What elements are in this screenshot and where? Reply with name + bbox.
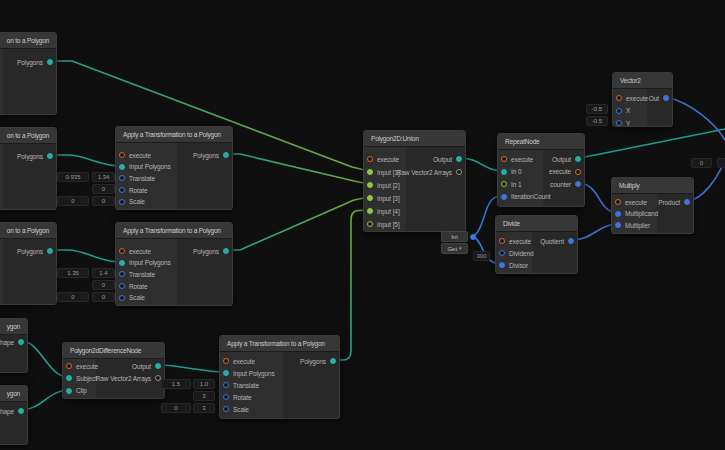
node-shape-top[interactable]: ygonShape: [0, 318, 28, 373]
transform2-scale-x[interactable]: 0: [57, 292, 89, 302]
edge-value-clipped[interactable]: [717, 158, 725, 168]
node-poly-top[interactable]: on to a PolygonPolygons: [0, 32, 57, 115]
rotate-port[interactable]: [223, 394, 229, 400]
node-divide[interactable]: DivideexecuteDividendDivisorQuotient: [495, 215, 578, 274]
node-title-bar[interactable]: Apply a Transformation to a Polygon: [116, 223, 232, 239]
shape-port[interactable]: [18, 339, 24, 345]
transform3-rotate[interactable]: 3: [193, 391, 215, 401]
polygons-port[interactable]: [47, 59, 53, 65]
divisor-port[interactable]: [499, 262, 505, 268]
rotate-port[interactable]: [119, 187, 125, 193]
transform2-rotate[interactable]: 0: [92, 280, 115, 290]
input-polygons-port[interactable]: [119, 260, 125, 266]
input-4--port[interactable]: [367, 208, 373, 214]
y-port[interactable]: [616, 120, 622, 126]
polygons-port[interactable]: [223, 152, 229, 158]
vector2-y-value[interactable]: -0.5: [586, 116, 608, 126]
wire-polylow-to-transform2[interactable]: [51, 250, 121, 262]
node-title-bar[interactable]: on to a Polygon: [0, 223, 56, 239]
polygons-port[interactable]: [47, 248, 53, 254]
wire-repeat-output-to-edge[interactable]: [579, 129, 725, 158]
scale-port[interactable]: [223, 406, 229, 412]
transform1-translate-x[interactable]: 0.935: [57, 172, 89, 182]
wire-transform2-to-union-in3[interactable]: [227, 197, 369, 250]
transform1-scale-y[interactable]: 0: [92, 196, 115, 206]
shape-port[interactable]: [18, 408, 24, 414]
vector2-x-value[interactable]: -0.5: [586, 104, 608, 114]
node-title-bar[interactable]: Polygon2D:Union: [364, 131, 465, 147]
polygons-port[interactable]: [47, 153, 53, 159]
node-transform-2[interactable]: Apply a Transformation to a Polygonexecu…: [115, 222, 233, 306]
node-title-bar[interactable]: ygon: [0, 386, 27, 402]
transform1-rotate[interactable]: 0: [92, 184, 115, 194]
node-title-bar[interactable]: Multiply: [612, 178, 693, 194]
node-difference[interactable]: Polygon2dDifferenceNodeexecuteSubjectCli…: [62, 342, 165, 399]
polygons-port[interactable]: [223, 248, 229, 254]
variable-access-dropdown[interactable]: Get▾: [441, 243, 468, 254]
out-port[interactable]: [663, 95, 669, 101]
input-polygons-port[interactable]: [223, 370, 229, 376]
node-repeat[interactable]: RepeatNodeexecuteIn 0In 1IterationCountO…: [497, 133, 585, 207]
input-5--port[interactable]: [367, 221, 373, 227]
output-port[interactable]: [575, 156, 581, 162]
multiplier-port[interactable]: [615, 222, 621, 228]
input-2--port[interactable]: [367, 182, 373, 188]
scale-port[interactable]: [119, 199, 125, 205]
int-variable-value[interactable]: 300: [473, 251, 490, 261]
scale-port[interactable]: [119, 295, 125, 301]
wire-polymid-to-transform1[interactable]: [51, 155, 121, 166]
node-transform-3[interactable]: Apply a Transformation to a Polygonexecu…: [219, 335, 340, 419]
transform2-scale-y[interactable]: 0: [92, 292, 115, 302]
int-variable-node[interactable]: Int Get▾: [441, 231, 476, 255]
node-title-bar[interactable]: on to a Polygon: [0, 33, 56, 49]
node-transform-1[interactable]: Apply a Transformation to a Polygonexecu…: [115, 126, 233, 210]
node-title-bar[interactable]: RepeatNode: [498, 134, 584, 150]
wire-vector2-out-to-edge[interactable]: [667, 97, 725, 140]
rotate-port[interactable]: [119, 283, 125, 289]
translate-port[interactable]: [119, 175, 125, 181]
quotient-port[interactable]: [568, 238, 574, 244]
node-title-bar[interactable]: ygon: [0, 319, 27, 335]
transform3-translate-x[interactable]: 1.5: [161, 379, 191, 389]
node-title-bar[interactable]: Vector2: [613, 73, 672, 89]
node-title-bar[interactable]: Apply a Transformation to a Polygon: [220, 336, 339, 352]
node-title-bar[interactable]: on to a Polygon: [0, 128, 56, 144]
dividend-port[interactable]: [499, 250, 505, 256]
iterationcount-port[interactable]: [501, 194, 507, 200]
input-polygons-port[interactable]: [119, 164, 125, 170]
input-3--port[interactable]: [367, 195, 373, 201]
wire-difference-to-transform3[interactable]: [159, 365, 225, 372]
output-port[interactable]: [456, 156, 462, 162]
node-poly-mid[interactable]: on to a PolygonPolygons: [0, 127, 57, 210]
edge-value[interactable]: 0: [691, 158, 712, 168]
clip-port[interactable]: [66, 388, 72, 394]
product-port[interactable]: [684, 199, 690, 205]
transform3-scale-y[interactable]: 3: [193, 403, 215, 413]
translate-port[interactable]: [119, 271, 125, 277]
execute-port[interactable]: [575, 169, 581, 175]
x-port[interactable]: [616, 108, 622, 114]
raw-vector2-arrays-port[interactable]: [456, 169, 462, 175]
node-poly-low[interactable]: on to a PolygonPolygons: [0, 222, 57, 305]
node-multiply[interactable]: MultiplyexecuteMultiplicandMultiplierPro…: [611, 177, 694, 234]
variable-type-button[interactable]: Int: [441, 231, 468, 242]
transform1-translate-y[interactable]: 1.34: [92, 172, 115, 182]
node-graph-canvas[interactable]: Int Get▾ on to a PolygonPolygonson to a …: [0, 0, 725, 450]
output-port[interactable]: [155, 363, 161, 369]
node-title-bar[interactable]: Polygon2dDifferenceNode: [63, 343, 164, 359]
wire-transform1-to-union-in2[interactable]: [227, 154, 369, 184]
node-title-bar[interactable]: Apply a Transformation to a Polygon: [116, 127, 232, 143]
node-title-bar[interactable]: Divide: [496, 216, 577, 232]
counter-port[interactable]: [575, 181, 581, 187]
transform3-scale-x[interactable]: 0: [161, 403, 191, 413]
multiplicand-port[interactable]: [615, 211, 621, 217]
transform2-translate-y[interactable]: 1.4: [92, 268, 115, 278]
node-vector2[interactable]: Vector2executeXYOut: [612, 72, 673, 127]
transform2-translate-x[interactable]: 1.35: [57, 268, 89, 278]
polygons-port[interactable]: [330, 358, 336, 364]
transform1-scale-x[interactable]: 0: [57, 196, 89, 206]
transform3-translate-y[interactable]: 1.0: [193, 379, 215, 389]
node-union[interactable]: Polygon2D:UnionexecuteInput [1]Input [2]…: [363, 130, 466, 232]
variable-output-port[interactable]: [470, 234, 476, 240]
translate-port[interactable]: [223, 382, 229, 388]
